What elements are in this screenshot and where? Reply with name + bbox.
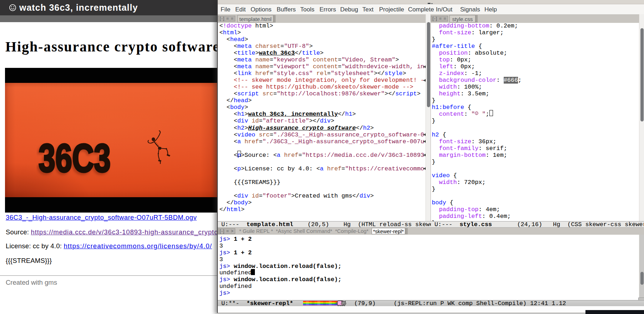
svg-text:36C3: 36C3 — [39, 140, 111, 180]
